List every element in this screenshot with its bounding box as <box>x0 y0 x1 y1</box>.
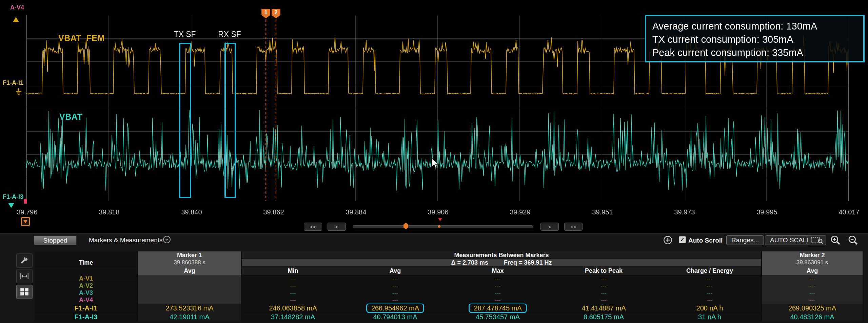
freq-value: Freq = 369.91 Hz <box>504 259 552 266</box>
cell-min: --- <box>242 282 344 289</box>
zoom-region-button[interactable] <box>808 235 826 245</box>
acquisition-status-button[interactable]: Stopped <box>34 235 77 245</box>
trigger-up-arrow-icon <box>13 17 19 22</box>
x-tick: 39.951 <box>588 208 617 216</box>
cell-m1: 42.19011 mA <box>137 312 242 321</box>
x-tick: 39.929 <box>506 208 534 216</box>
col-header-max: Max <box>446 266 549 275</box>
chevron-down-icon[interactable] <box>163 235 171 244</box>
callout-line-peak: Peak current consumption: 335mA <box>652 46 857 59</box>
measurement-grid-button[interactable] <box>16 285 33 299</box>
markers-icon <box>20 272 29 280</box>
x-tick: 39.906 <box>424 208 452 216</box>
cell-max: --- <box>446 275 549 282</box>
row-name-a-v2: A-V2 <box>35 282 137 289</box>
cell-max: 45.753457 mA <box>446 312 549 321</box>
between-markers-stats: Δ = 2.703 ms Freq = 369.91 Hz <box>242 259 761 266</box>
col-header-min: Min <box>242 266 344 275</box>
cell-m1 <box>137 282 242 289</box>
cell-charge: 31 nA h <box>658 312 761 321</box>
row-name-a-v4: A-V4 <box>35 297 137 304</box>
trigger-position-icon <box>438 218 442 221</box>
cell-m2: --- <box>761 275 863 282</box>
scroll-forward-button[interactable]: > <box>540 223 559 231</box>
empty-cell <box>35 266 137 275</box>
tx-sf-label: TX SF <box>166 30 203 39</box>
max-highlight-value: 287.478745 mA <box>469 303 527 313</box>
cell-min: --- <box>242 289 344 297</box>
callout-line-average: Average current consumption: 130mA <box>652 20 857 33</box>
between-markers-header: Measurements Between Markers <box>242 251 761 259</box>
x-tick: 39.995 <box>753 208 781 216</box>
auto-scroll-checkbox[interactable]: ✓ <box>679 236 686 243</box>
zoom-region-icon <box>810 236 824 244</box>
wrench-icon <box>20 256 29 265</box>
channel-label-f1-a-i1: F1-A-I1 <box>3 79 23 87</box>
cell-m2: --- <box>761 282 863 289</box>
cell-avg: 40.794013 mA <box>344 312 446 321</box>
probe-setup-button[interactable] <box>16 253 33 268</box>
mouse-cursor <box>431 158 439 169</box>
cell-p2p: 8.605175 mA <box>549 312 658 321</box>
cell-min: --- <box>242 297 344 304</box>
col-header-charge: Charge / Energy <box>658 266 761 275</box>
zoom-out-button[interactable] <box>847 234 859 246</box>
scroll-fast-forward-button[interactable]: >> <box>564 223 583 231</box>
cell-p2p: --- <box>549 289 658 297</box>
cell-max: --- <box>446 297 549 304</box>
cell-charge: --- <box>658 282 761 289</box>
col-header-m2-avg: Avg <box>761 266 863 275</box>
cell-avg: --- <box>344 289 446 297</box>
marker1-header: Marker 1 <box>137 251 242 259</box>
cell-max-highlighted: 287.478745 mA <box>446 304 549 312</box>
ground-icon <box>14 88 24 96</box>
markers-tool-button[interactable] <box>16 269 33 283</box>
scrollbar-handle[interactable] <box>403 223 408 229</box>
x-tick: 39.973 <box>670 208 699 216</box>
rx-sf-highlight-box <box>224 43 236 198</box>
cell-p2p: 41.414887 mA <box>549 304 658 312</box>
rx-sf-label: RX SF <box>211 30 248 39</box>
cell-min: 37.148282 mA <box>242 312 344 321</box>
cell-avg: --- <box>344 282 446 289</box>
cell-m1: 273.523316 mA <box>137 304 242 312</box>
marker1-time: 39.860388 s <box>137 259 242 266</box>
measurements-panel: Stopped Markers & Measurements ✓ Auto Sc… <box>0 233 868 323</box>
x-tick: 39.840 <box>177 208 206 216</box>
scroll-rewind-button[interactable]: << <box>304 223 322 231</box>
cell-min: --- <box>242 275 344 282</box>
row-name-f1-a-i3: F1-A-I3 <box>35 312 137 321</box>
col-header-m1-avg: Avg <box>137 266 242 275</box>
power-analyzer-screen: A-V4 F1-A-I1 F1-A-I3 VBAT_FEM VBAT TX SF… <box>0 0 868 323</box>
trace-label-vbat: VBAT <box>59 112 82 122</box>
channel-label-a-v4: A-V4 <box>10 4 24 11</box>
grid-icon <box>20 288 29 296</box>
tx-sf-highlight-box <box>179 43 191 198</box>
row-name-a-v3: A-V3 <box>35 289 137 297</box>
cell-m2: 269.090325 mA <box>761 304 863 312</box>
scroll-back-button[interactable]: < <box>328 223 346 231</box>
ranges-button[interactable]: Ranges... <box>726 235 764 245</box>
cell-p2p: --- <box>549 282 658 289</box>
add-circle-icon[interactable] <box>663 235 672 245</box>
row-name-a-v1: A-V1 <box>35 275 137 282</box>
cell-max: --- <box>446 289 549 297</box>
cell-m1 <box>137 297 242 304</box>
cell-avg: --- <box>344 275 446 282</box>
avg-highlight-value: 266.954962 mA <box>366 303 424 313</box>
cell-m2: --- <box>761 289 863 297</box>
table-corner <box>35 251 137 259</box>
time-header: Time <box>35 259 137 266</box>
measurements-table: Marker 1 Measurements Between Markers Ma… <box>35 251 863 321</box>
cell-max: --- <box>446 282 549 289</box>
row-name-f1-a-i1: F1-A-I1 <box>35 304 137 312</box>
cell-charge: --- <box>658 275 761 282</box>
cell-avg: --- <box>344 297 446 304</box>
zoom-in-button[interactable] <box>829 234 842 246</box>
marker2-time: 39.863091 s <box>761 259 863 266</box>
scrollbar-track[interactable] <box>353 225 533 228</box>
left-edge-marker-icon[interactable] <box>21 217 30 226</box>
cell-m1 <box>137 289 242 297</box>
cell-m1 <box>137 275 242 282</box>
trace-label-vbat-fem: VBAT_FEM <box>58 33 105 43</box>
